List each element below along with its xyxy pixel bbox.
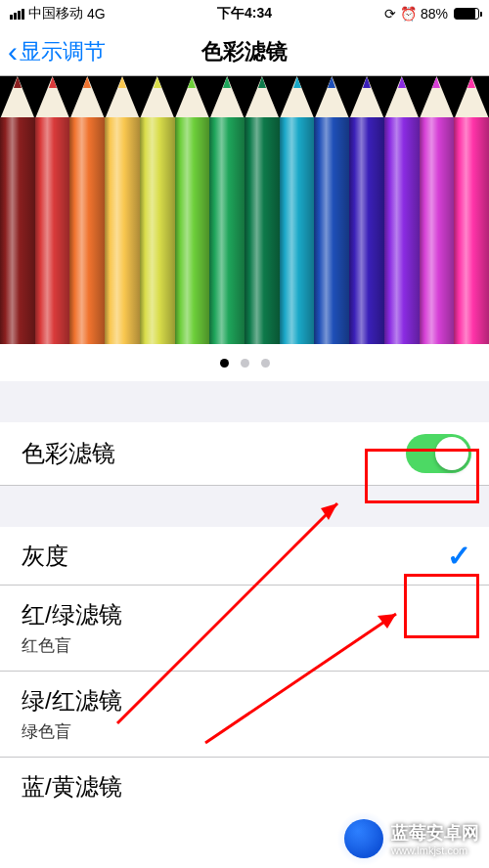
option-sublabel: 红色盲 (22, 634, 71, 657)
toggle-label: 色彩滤镜 (22, 438, 115, 469)
page-dot[interactable] (241, 359, 249, 368)
orientation-lock-icon: ⟳ (384, 6, 396, 22)
watermark: 蓝莓安卓网 www.lmkjst.com (344, 819, 479, 858)
option-label: 灰度 (22, 541, 68, 572)
option-label: 绿/红滤镜 (22, 685, 122, 716)
network-label: 4G (87, 6, 106, 22)
option-sublabel: 绿色盲 (22, 720, 71, 743)
battery-percent: 88% (421, 6, 448, 22)
chevron-left-icon: ‹ (8, 37, 18, 66)
option-blue-yellow[interactable]: 蓝/黄滤镜 (0, 758, 489, 803)
status-time: 下午4:34 (217, 5, 272, 22)
back-label: 显示调节 (20, 37, 106, 66)
color-filter-toggle-row: 色彩滤镜 (0, 422, 489, 486)
option-label: 红/绿滤镜 (22, 599, 122, 630)
battery-icon (454, 8, 479, 20)
page-dot[interactable] (220, 359, 229, 368)
color-filter-preview[interactable] (0, 76, 489, 344)
page-dot[interactable] (261, 359, 270, 368)
page-title: 色彩滤镜 (201, 37, 288, 66)
section-gap (0, 381, 489, 422)
signal-icon (10, 9, 24, 20)
watermark-url: www.lmkjst.com (391, 845, 479, 856)
back-button[interactable]: ‹ 显示调节 (8, 37, 106, 66)
section-gap (0, 486, 489, 527)
watermark-title: 蓝莓安卓网 (391, 821, 479, 845)
nav-bar: ‹ 显示调节 色彩滤镜 (0, 27, 489, 76)
option-red-green[interactable]: 红/绿滤镜 红色盲 (0, 586, 489, 672)
alarm-icon: ⏰ (400, 6, 417, 22)
option-label: 蓝/黄滤镜 (22, 773, 122, 800)
page-indicator (0, 344, 489, 381)
checkmark-icon: ✓ (447, 539, 471, 573)
option-green-red[interactable]: 绿/红滤镜 绿色盲 (0, 672, 489, 758)
carrier-label: 中国移动 (28, 5, 83, 22)
status-bar: 中国移动 4G 下午4:34 ⟳ ⏰ 88% (0, 0, 489, 27)
option-grayscale[interactable]: 灰度 ✓ (0, 527, 489, 586)
watermark-icon (344, 819, 383, 858)
color-filter-toggle[interactable] (406, 434, 471, 473)
